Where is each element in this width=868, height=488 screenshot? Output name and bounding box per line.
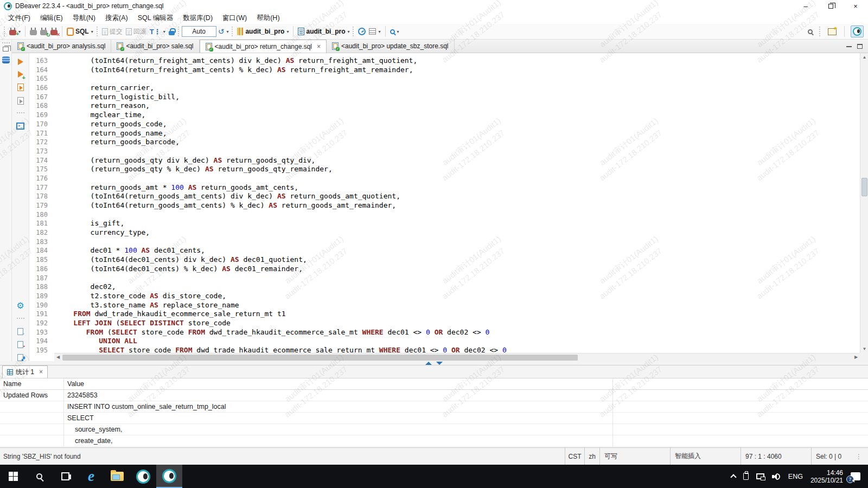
search-menu-button[interactable]: ▾: [388, 25, 401, 38]
line-number: 178: [29, 192, 54, 201]
scroll-down-icon[interactable]: ▼: [860, 345, 868, 353]
connect-button[interactable]: [28, 25, 39, 38]
menu-item[interactable]: 导航(N): [68, 12, 100, 24]
statistics-tab-label: 统计 1: [16, 368, 34, 377]
new-connection-button[interactable]: + ▾: [8, 25, 22, 38]
scroll-right-icon[interactable]: ▶: [852, 354, 860, 361]
vertical-scrollbar[interactable]: ▲ ▼: [860, 53, 868, 353]
rollback-button[interactable]: 回滚: [124, 25, 148, 38]
vertical-scroll-thumb[interactable]: [861, 178, 867, 196]
network-icon[interactable]: [756, 473, 764, 479]
notification-center-icon[interactable]: 7: [851, 472, 860, 480]
console-icon[interactable]: >_: [16, 123, 24, 130]
code-token: return_freight_amt_quotient,: [294, 56, 417, 65]
line-number: 170: [29, 120, 54, 129]
transaction-mode-button[interactable]: T⋮ ▾: [148, 25, 167, 38]
menu-item[interactable]: 数据库(D): [178, 12, 218, 24]
code-token: [430, 328, 435, 336]
table-row[interactable]: create_date,: [0, 435, 868, 447]
horizontal-scroll-thumb[interactable]: [62, 355, 578, 361]
file-alert-icon[interactable]: ▪: [17, 341, 23, 348]
close-button[interactable]: ×: [843, 0, 868, 12]
export-file-icon[interactable]: →: [17, 328, 23, 335]
minimize-button[interactable]: –: [793, 0, 818, 12]
history-button[interactable]: ↺ ▾: [216, 25, 231, 38]
taskbar-clock[interactable]: 14:46 2025/10/21: [810, 469, 843, 484]
menu-item[interactable]: 窗口(W): [218, 12, 252, 24]
internet-explorer-button[interactable]: e: [78, 465, 104, 488]
task-view-button[interactable]: [52, 465, 78, 488]
menu-item[interactable]: SQL 编辑器: [133, 12, 178, 24]
table-row[interactable]: SELECT: [0, 413, 868, 424]
scroll-up-icon[interactable]: ▲: [860, 53, 868, 61]
line-number: 191: [29, 310, 54, 319]
compare-button[interactable]: ▾: [367, 25, 382, 38]
taskbar-search-button[interactable]: [26, 465, 52, 488]
table-row[interactable]: Updated Rows23245853: [0, 390, 868, 401]
dashboard-button[interactable]: [356, 25, 367, 38]
editor-tab[interactable]: <audit_bi_pro> sale.sql: [111, 40, 199, 53]
menu-item[interactable]: 搜索(A): [100, 12, 133, 24]
line-number: 168: [29, 101, 54, 111]
restore-button[interactable]: [818, 0, 843, 12]
sql-code-editor[interactable]: 163 (toInt64(return_freight_amt_cents) d…: [29, 53, 860, 353]
plug-refresh-icon: ↻: [40, 30, 47, 35]
minimize-view-icon[interactable]: [846, 46, 852, 47]
tab-close-icon[interactable]: ×: [39, 368, 43, 376]
maximize-view-icon[interactable]: [857, 44, 863, 49]
code-token: 0: [502, 346, 507, 353]
auto-commit-box[interactable]: Auto: [182, 26, 216, 37]
scroll-left-icon[interactable]: ◀: [54, 354, 62, 361]
menu-item[interactable]: 编辑(E): [35, 12, 68, 24]
lock-button[interactable]: [167, 25, 176, 38]
input-language[interactable]: ENG: [788, 473, 803, 480]
database-navigator-icon[interactable]: [2, 56, 10, 63]
restore-panes-icon[interactable]: [3, 47, 9, 52]
menu-item[interactable]: 帮助(H): [252, 12, 284, 24]
tab-close-icon[interactable]: ×: [317, 43, 321, 50]
execute-statement-icon[interactable]: [18, 59, 23, 65]
quick-access-search-button[interactable]: [806, 25, 814, 38]
explain-plan-icon[interactable]: [17, 97, 24, 105]
column-header-name[interactable]: Name: [0, 378, 64, 389]
open-perspective-button[interactable]: [826, 25, 838, 38]
column-header-value[interactable]: Value: [64, 378, 613, 389]
editor-tab[interactable]: <audit_bi_pro> return_change.sql×: [200, 40, 327, 53]
code-token: store_code: [137, 328, 188, 336]
file-chart-icon[interactable]: ▞: [17, 354, 23, 361]
code-token: UNION ALL: [99, 337, 137, 345]
panel-sash[interactable]: [0, 361, 868, 365]
line-number: 166: [29, 84, 54, 93]
file-explorer-button[interactable]: [104, 465, 130, 488]
horizontal-scrollbar[interactable]: ◀ ▶: [54, 353, 860, 361]
sql-editor-button[interactable]: SQL ▾: [65, 25, 95, 38]
database-selector[interactable]: audit_bi_pro ▾: [296, 25, 351, 38]
dbeaver-taskbar-button-active[interactable]: [156, 465, 182, 488]
dbeaver-perspective-button[interactable]: [851, 25, 864, 37]
line-number: 184: [29, 246, 54, 255]
commit-button[interactable]: 提交: [100, 25, 124, 38]
table-row[interactable]: INSERT INTO custom_online_sale_return_tm…: [0, 401, 868, 413]
execute-new-tab-icon[interactable]: +: [18, 71, 23, 78]
tray-expand-icon[interactable]: [730, 474, 736, 480]
reconnect-button[interactable]: ↻: [39, 25, 49, 38]
sash-up-icon[interactable]: [425, 362, 432, 365]
usb-icon[interactable]: [743, 473, 749, 480]
chevron-down-icon: ▾: [163, 29, 165, 34]
code-token: t2.store_code: [56, 292, 150, 300]
sash-down-icon[interactable]: [436, 362, 443, 365]
menu-item[interactable]: 文件(F): [3, 12, 35, 24]
code-text: t3.store_name AS replace_store_name: [54, 301, 239, 310]
dbeaver-taskbar-button[interactable]: [130, 465, 156, 488]
editor-tab[interactable]: <audit_bi_pro> analysis.sql: [12, 40, 111, 53]
editor-tab[interactable]: <audit_bi_pro> update_sbz_store.sql: [327, 40, 454, 53]
dbeaver-logo-icon: [136, 470, 150, 484]
code-text: return_logistic_bill,: [54, 93, 180, 102]
start-button[interactable]: [0, 465, 26, 488]
statistics-tab[interactable]: 统计 1 ×: [2, 365, 48, 378]
execute-script-icon[interactable]: [17, 84, 24, 91]
settings-gear-icon[interactable]: ⚙: [16, 301, 24, 310]
table-row[interactable]: source_system,: [0, 424, 868, 435]
connection-selector[interactable]: audit_bi_pro ▾: [235, 25, 290, 38]
volume-icon[interactable]: [772, 473, 781, 480]
